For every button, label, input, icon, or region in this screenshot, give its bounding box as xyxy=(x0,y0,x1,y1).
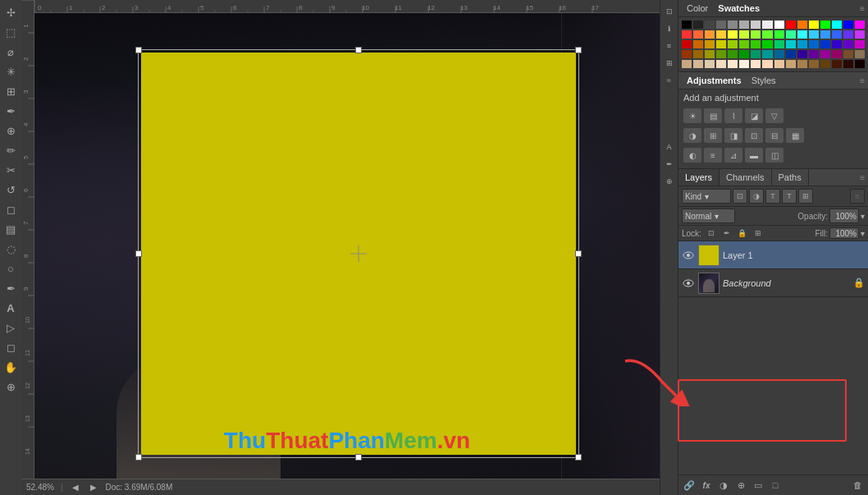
s25[interactable] xyxy=(728,30,738,39)
swatch-gray3[interactable] xyxy=(728,21,738,29)
lasso-tool-btn[interactable]: ⌀ xyxy=(2,43,20,61)
layer-item-1[interactable]: Layer 1 xyxy=(678,241,868,269)
handle-bot-right[interactable] xyxy=(575,454,582,461)
adj-panel-menu[interactable]: ≡ xyxy=(860,76,865,85)
black-white-icon[interactable]: ◨ xyxy=(724,128,742,143)
move-tool-btn[interactable]: ✢ xyxy=(2,3,20,21)
swatch-green[interactable] xyxy=(820,21,830,29)
photo-filter-icon[interactable]: ⊡ xyxy=(745,128,763,143)
s39[interactable] xyxy=(774,40,784,48)
swatches-panel-menu[interactable]: ≡ xyxy=(860,4,865,13)
s57[interactable] xyxy=(751,60,761,68)
s22[interactable] xyxy=(693,30,703,39)
s3a[interactable] xyxy=(786,40,796,48)
s5a[interactable] xyxy=(786,60,796,68)
layers-kind-dropdown[interactable]: Kind ▾ xyxy=(682,189,731,204)
paths-tab[interactable]: Paths xyxy=(772,169,809,186)
s35[interactable] xyxy=(728,40,738,48)
crop-tool-btn[interactable]: ⊞ xyxy=(2,82,20,100)
color-tab[interactable]: Color xyxy=(682,2,713,15)
threshold-icon[interactable]: ⊿ xyxy=(724,148,742,163)
levels-icon[interactable]: ▤ xyxy=(704,108,722,123)
s34[interactable] xyxy=(716,40,726,48)
handle-top-left[interactable] xyxy=(135,47,142,53)
handle-mid-left[interactable] xyxy=(135,250,142,257)
invert-icon[interactable]: ◐ xyxy=(683,148,701,163)
s4e[interactable] xyxy=(832,50,842,58)
s2e[interactable] xyxy=(832,30,842,39)
layer-filter-pixel-btn[interactable]: ⊡ xyxy=(733,189,747,204)
path-btn[interactable]: ▷ xyxy=(2,319,20,337)
adjustments-tab[interactable]: Adjustments xyxy=(682,74,747,87)
swatch-red[interactable] xyxy=(786,21,796,29)
handle-bot-left[interactable] xyxy=(135,454,142,461)
swatch-white[interactable] xyxy=(774,21,784,29)
s45[interactable] xyxy=(728,50,738,58)
s31[interactable] xyxy=(682,40,692,48)
lock-artboard-btn[interactable]: ⊞ xyxy=(752,227,765,239)
swatch-orange[interactable] xyxy=(797,21,807,29)
select-tool-btn[interactable]: ⬚ xyxy=(2,23,20,41)
swatch-gray2[interactable] xyxy=(716,21,726,29)
hue-saturation-icon[interactable]: ◑ xyxy=(683,128,701,143)
swatch-cyan[interactable] xyxy=(832,21,842,29)
s3e[interactable] xyxy=(832,40,842,48)
color-balance-icon[interactable]: ⊞ xyxy=(704,128,722,143)
new-adjustment-btn[interactable]: ⊕ xyxy=(733,478,748,493)
mini-btn-3[interactable]: ≡ xyxy=(661,38,678,54)
mini-btn-a[interactable]: A xyxy=(661,139,678,155)
s33[interactable] xyxy=(705,40,715,48)
s4c[interactable] xyxy=(809,50,819,58)
s5e[interactable] xyxy=(832,60,842,68)
s53[interactable] xyxy=(705,60,715,68)
s3c[interactable] xyxy=(809,40,819,48)
swatch-magenta[interactable] xyxy=(855,21,865,29)
s5g[interactable] xyxy=(855,60,865,68)
brightness-contrast-icon[interactable]: ☀ xyxy=(683,108,701,123)
s3g[interactable] xyxy=(855,40,865,48)
swatch-nearwhite[interactable] xyxy=(762,21,772,29)
s56[interactable] xyxy=(739,60,749,68)
exposure-icon[interactable]: ◪ xyxy=(745,108,763,123)
dodge-btn[interactable]: ○ xyxy=(2,259,20,277)
handle-top-right[interactable] xyxy=(575,47,582,53)
mini-btn-brush[interactable]: ✒ xyxy=(661,156,678,172)
s48[interactable] xyxy=(762,50,772,58)
layers-tab[interactable]: Layers xyxy=(678,169,720,186)
handle-mid-right[interactable] xyxy=(575,250,582,257)
s5f[interactable] xyxy=(843,60,853,68)
posterize-icon[interactable]: ≡ xyxy=(704,148,722,163)
color-lookup-icon[interactable]: ▦ xyxy=(786,128,804,143)
s21[interactable] xyxy=(682,30,692,39)
swatch-gray1[interactable] xyxy=(705,21,715,29)
swatch-yellow[interactable] xyxy=(809,21,819,29)
opacity-arrow[interactable]: ▾ xyxy=(861,212,865,221)
status-prev-btn[interactable]: ◀ xyxy=(70,482,81,493)
layer-filter-smart-btn[interactable]: ⊞ xyxy=(798,189,813,204)
layers-panel-menu[interactable]: ≡ xyxy=(860,173,868,182)
s2f[interactable] xyxy=(843,30,853,39)
blend-mode-dropdown[interactable]: Normal ▾ xyxy=(682,209,735,223)
s4g[interactable] xyxy=(855,50,865,58)
type-btn[interactable]: A xyxy=(2,299,20,317)
swatch-lightgray[interactable] xyxy=(751,21,761,29)
shape-btn[interactable]: ◻ xyxy=(2,338,20,356)
layer-item-background[interactable]: Background 🔒 xyxy=(678,269,868,297)
new-layer-btn[interactable]: □ xyxy=(768,478,783,493)
eraser-btn[interactable]: ◻ xyxy=(2,200,20,218)
fill-arrow[interactable]: ▾ xyxy=(861,229,865,238)
brush-btn[interactable]: ✏ xyxy=(2,141,20,159)
s41[interactable] xyxy=(682,50,692,58)
s4b[interactable] xyxy=(797,50,807,58)
s28[interactable] xyxy=(762,30,772,39)
clone-btn[interactable]: ✂ xyxy=(2,161,20,179)
s51[interactable] xyxy=(682,60,692,68)
add-mask-btn[interactable]: ◑ xyxy=(716,478,731,493)
swatch-blue[interactable] xyxy=(843,21,853,29)
s4d[interactable] xyxy=(820,50,830,58)
s55[interactable] xyxy=(728,60,738,68)
zoom-btn[interactable]: ⊕ xyxy=(2,378,20,396)
s2a[interactable] xyxy=(786,30,796,39)
layer-1-visibility-btn[interactable] xyxy=(682,249,695,262)
s52[interactable] xyxy=(693,60,703,68)
